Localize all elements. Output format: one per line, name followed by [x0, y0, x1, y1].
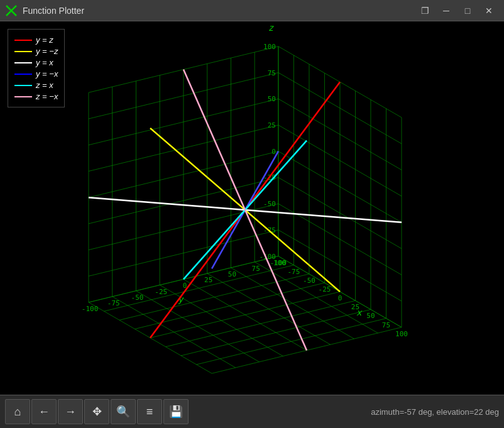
legend-item: y = −x	[14, 69, 58, 79]
minimize-button[interactable]: ─	[436, 3, 456, 18]
plot-canvas	[0, 21, 504, 395]
legend-item: z = x	[14, 80, 58, 90]
plot-area[interactable]: y = z y = −z y = x y = −x z = x z = −x	[0, 21, 504, 395]
legend-color-swatch	[14, 40, 32, 41]
legend-label: z = x	[36, 80, 53, 90]
legend-item: y = z	[14, 35, 58, 45]
legend-color-swatch	[14, 85, 32, 86]
legend-color-swatch	[14, 74, 32, 75]
pan-button[interactable]: ✥	[84, 399, 109, 424]
legend: y = z y = −z y = x y = −x z = x z = −x	[8, 29, 65, 107]
legend-color-swatch	[14, 51, 32, 52]
legend-color-swatch	[14, 62, 32, 63]
home-button[interactable]: ⌂	[5, 399, 30, 424]
app-icon	[5, 4, 18, 17]
toolbar-buttons: ⌂←→✥🔍≡💾	[5, 399, 189, 424]
forward-button[interactable]: →	[58, 399, 83, 424]
back-button[interactable]: ←	[31, 399, 57, 424]
status-bar: azimuth=-57 deg, elevation=22 deg	[371, 407, 499, 417]
legend-item: z = −x	[14, 92, 58, 101]
titlebar: Function Plotter ❐ ─ □ ✕	[0, 0, 504, 21]
titlebar-left: Function Plotter	[5, 4, 84, 17]
titlebar-controls: ❐ ─ □ ✕	[415, 3, 499, 18]
legend-label: y = z	[36, 35, 53, 45]
config-button[interactable]: ≡	[137, 399, 162, 424]
window-title: Function Plotter	[23, 6, 84, 16]
toolbar: ⌂←→✥🔍≡💾 azimuth=-57 deg, elevation=22 de…	[0, 395, 504, 428]
save-button[interactable]: 💾	[163, 399, 189, 424]
close-button[interactable]: ✕	[479, 3, 499, 18]
legend-label: y = x	[36, 58, 53, 67]
legend-color-swatch	[14, 96, 32, 97]
restore-button[interactable]: ❐	[415, 3, 435, 18]
legend-label: y = −x	[36, 69, 58, 79]
legend-item: y = −z	[14, 47, 58, 56]
maximize-button[interactable]: □	[457, 3, 478, 18]
legend-item: y = x	[14, 58, 58, 67]
legend-label: z = −x	[36, 92, 58, 101]
zoom-button[interactable]: 🔍	[111, 399, 136, 424]
legend-label: y = −z	[36, 47, 58, 56]
